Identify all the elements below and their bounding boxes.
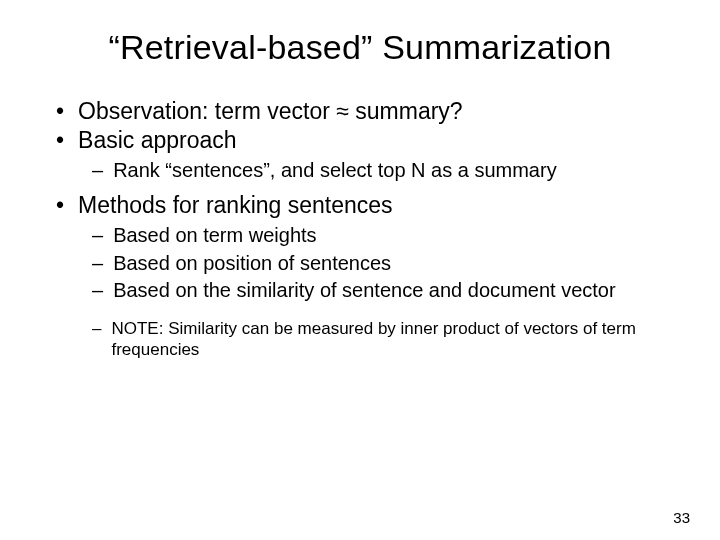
slide-body: Observation: term vector ≈ summary? Basi… <box>40 97 680 361</box>
bullet-basic-approach: Basic approach Rank “sentences”, and sel… <box>56 126 680 183</box>
subbullet-term-weights: Based on term weights <box>92 223 680 249</box>
bullet-text: Based on position of sentences <box>113 251 391 277</box>
bullet-text: Based on term weights <box>113 223 316 249</box>
subbullet-note: NOTE: Similarity can be measured by inne… <box>92 318 680 362</box>
bullet-text: Rank “sentences”, and select top N as a … <box>113 158 557 184</box>
page-number: 33 <box>673 509 690 526</box>
bullet-methods: Methods for ranking sentences Based on t… <box>56 191 680 361</box>
bullet-text: Based on the similarity of sentence and … <box>113 278 616 304</box>
slide-title: “Retrieval-based” Summarization <box>40 28 680 67</box>
subbullet-rank-sentences: Rank “sentences”, and select top N as a … <box>92 158 680 184</box>
bullet-text: NOTE: Similarity can be measured by inne… <box>111 318 680 362</box>
bullet-observation: Observation: term vector ≈ summary? <box>56 97 680 126</box>
subbullet-similarity: Based on the similarity of sentence and … <box>92 278 680 304</box>
bullet-text: Observation: term vector ≈ summary? <box>78 97 463 126</box>
subbullet-position: Based on position of sentences <box>92 251 680 277</box>
bullet-text: Basic approach <box>78 126 237 155</box>
bullet-text: Methods for ranking sentences <box>78 191 393 220</box>
